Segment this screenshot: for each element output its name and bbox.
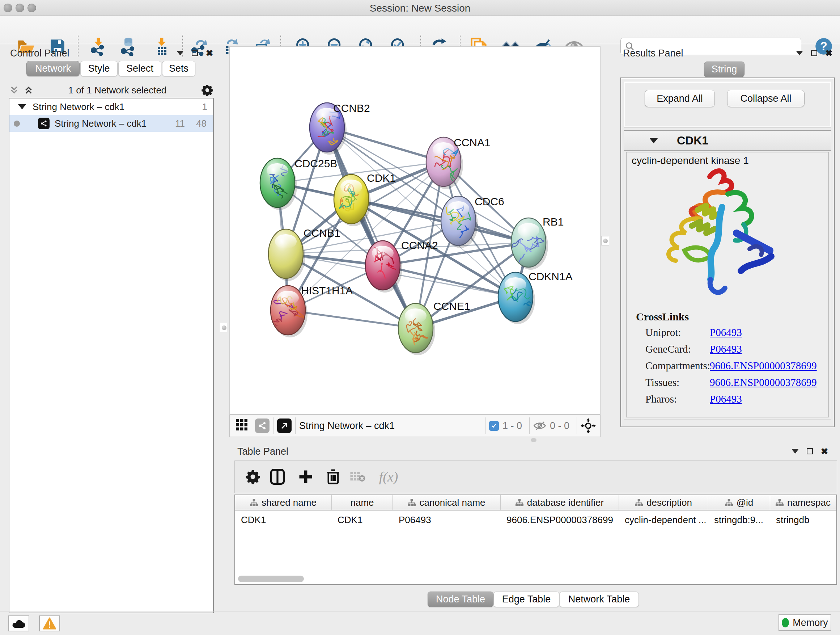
memory-button[interactable]: Memory [778,614,831,631]
table-cell[interactable]: CDK1 [332,512,393,528]
cloud-status-button[interactable] [8,616,29,631]
table-header-divider [235,510,836,510]
node-CCNB1[interactable] [268,229,305,281]
table-settings-button[interactable] [243,467,263,486]
gene-section-header[interactable]: CDK1 [624,130,831,150]
left-splitter-handle[interactable] [220,323,228,333]
node-CCNE1[interactable] [398,303,435,355]
tab-sets[interactable]: Sets [162,61,195,76]
column-header[interactable]: shared name [235,495,332,510]
table-cell[interactable]: CDK1 [235,512,332,528]
column-header-label: name [350,497,374,508]
column-header[interactable]: canonical name [393,495,501,510]
node-CDC6[interactable] [441,196,478,248]
panel-float-icon[interactable] [807,448,813,454]
panel-close-icon[interactable]: ✖ [821,448,828,454]
control-panel-window-controls: ✖ [177,50,213,56]
network-view-toolbar: String Network – cdk1 1 - 0 0 - 0 [229,415,600,437]
node-label: CDC25B [294,157,337,169]
panel-close-icon[interactable]: ✖ [825,50,832,56]
network-canvas[interactable]: CCNB2CCNA1CDC25BCDK1CDC6RB1CCNB1CCNA2CDK… [229,46,600,415]
column-header[interactable]: description [619,495,708,510]
warnings-button[interactable] [39,616,60,631]
node-label: CDK1 [367,172,396,184]
table-cell[interactable]: 9606.ENSP00000378699 [501,512,619,528]
network-share-button[interactable] [255,418,270,433]
collapse-all-button[interactable]: Collapse All [727,90,805,107]
node-count: 11 [175,118,185,129]
horizontal-splitter-handle[interactable] [531,438,537,442]
netbar-separator [529,417,530,434]
crosslink-pharos-link[interactable]: P06493 [710,393,742,405]
create-column-button[interactable] [296,467,316,486]
panel-menu-icon[interactable] [796,51,803,55]
tab-network-table[interactable]: Network Table [559,592,639,607]
panel-float-icon[interactable] [192,50,198,56]
tab-edge-table[interactable]: Edge Table [493,592,559,607]
panel-close-icon[interactable]: ✖ [206,50,213,56]
netbar-separator [273,417,273,434]
table-cell[interactable]: P06493 [393,512,501,528]
panel-menu-icon[interactable] [177,51,184,55]
network-tree: String Network – cdk1 1 String Network –… [9,98,214,613]
column-header[interactable]: @id [708,495,770,510]
shared-column-tree-icon [515,499,523,507]
column-header[interactable]: name [332,495,393,510]
netbar-separator [295,417,295,434]
tab-select[interactable]: Select [118,61,161,76]
import-network-file-button[interactable] [88,36,108,56]
function-builder-button-disabled: f(x) [373,467,404,486]
import-table-icon [152,37,171,56]
network-row-selected[interactable]: String Network – cdk1 11 48 [9,115,213,132]
crosslink-tissues-link[interactable]: 9606.ENSP00000378699 [710,377,817,388]
node-label: CCNE1 [433,300,470,312]
crosslink-genecard-link[interactable]: P06493 [710,343,742,355]
pan-crosshair-icon[interactable] [581,418,596,433]
delete-table-button-disabled [348,467,368,486]
crosslink-label: Tissues: [645,377,679,388]
selected-checkbox[interactable] [489,421,499,431]
show-columns-button[interactable] [268,467,287,486]
crosslink-compartments-link[interactable]: 9606.ENSP00000378699 [710,360,817,372]
collapse-all-chevron-icon[interactable] [9,85,19,96]
network-graph[interactable]: CCNB2CCNA1CDC25BCDK1CDC6RB1CCNB1CCNA2CDK… [230,47,600,414]
collection-expand-icon[interactable] [18,104,26,109]
table-hscrollbar-thumb[interactable] [238,576,304,582]
tab-network[interactable]: Network [27,61,80,76]
table-cell[interactable]: cyclin-dependent ... [619,512,708,528]
edge[interactable] [327,127,416,328]
right-splitter-handle[interactable] [601,236,609,245]
panel-menu-icon[interactable] [791,449,799,454]
column-header-label: database identifier [527,497,604,508]
network-collection-row[interactable]: String Network – cdk1 1 [9,98,213,115]
edge-count: 48 [196,118,207,129]
section-collapse-icon[interactable] [649,138,658,143]
column-header-label: shared name [262,497,317,508]
netbar-separator [576,417,577,434]
delete-column-button[interactable] [324,467,343,486]
column-header[interactable]: database identifier [501,495,619,510]
table-cell[interactable]: stringdb:9... [708,512,770,528]
control-panel-title: Control Panel [10,48,69,59]
shared-column-tree-icon [250,499,258,507]
expand-all-chevron-icon[interactable] [23,85,34,96]
crosslink-uniprot-link[interactable]: P06493 [710,326,742,339]
open-view-button[interactable] [277,418,292,433]
panel-float-icon[interactable] [811,50,817,56]
import-table-button[interactable] [152,36,172,56]
tab-style[interactable]: Style [80,61,118,76]
column-header[interactable]: namespac [770,495,836,510]
tab-node-table[interactable]: Node Table [428,592,493,607]
grid-icon [235,418,249,432]
column-header-label: namespac [787,497,831,508]
tab-string[interactable]: String [704,62,745,77]
import-network-database-button[interactable] [118,36,138,56]
table-cell[interactable]: stringdb [770,512,836,528]
shared-column-tree-icon [408,499,416,507]
cloud-icon [11,618,26,629]
string-network-badge [38,118,50,129]
birds-eye-grid-button[interactable] [235,418,249,434]
network-options-gear-icon[interactable] [201,84,214,97]
expand-all-button[interactable]: Expand All [645,90,715,107]
title-bar: Session: New Session [0,0,840,16]
